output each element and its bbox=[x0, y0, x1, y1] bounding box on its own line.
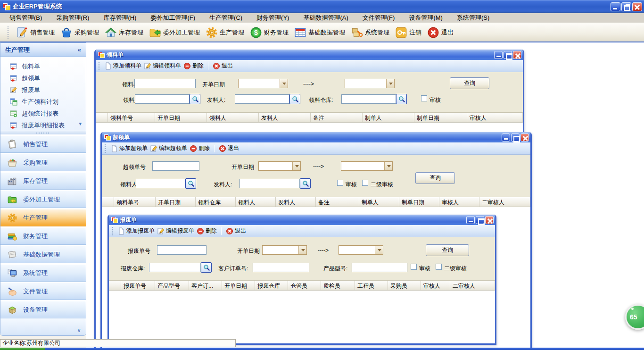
scrap-warehouse-input[interactable] bbox=[149, 263, 201, 272]
customer-order-input[interactable] bbox=[253, 263, 309, 272]
column-header[interactable]: 仓管员 bbox=[288, 281, 321, 290]
add-record-button[interactable]: 添加领料单 bbox=[104, 62, 141, 70]
column-header[interactable]: 报废仓库 bbox=[255, 281, 288, 290]
add-record-button[interactable]: 添加报废单 bbox=[117, 227, 155, 235]
menu-equipment[interactable]: 设备管理(M) bbox=[409, 14, 443, 22]
collapse-left-double-icon[interactable]: « bbox=[78, 46, 81, 53]
nav-section-inventory[interactable]: 库存管理 bbox=[0, 172, 86, 190]
dropdown-arrow-icon[interactable] bbox=[280, 79, 288, 88]
grid-body[interactable] bbox=[109, 291, 495, 343]
window-title-bar[interactable]: 超领单 bbox=[102, 132, 530, 142]
toolbar-logout-button[interactable]: 注销 bbox=[395, 26, 421, 39]
column-header[interactable]: 审核人 bbox=[421, 281, 450, 290]
restore-button[interactable] bbox=[621, 2, 631, 11]
audit-checkbox[interactable] bbox=[421, 95, 427, 101]
toolbar-exit-button[interactable]: 退出 bbox=[427, 26, 454, 39]
query-button[interactable]: 查询 bbox=[415, 172, 455, 184]
add-record-button[interactable]: 添加超领单 bbox=[110, 144, 148, 152]
nav-overflow-chevron-icon[interactable]: ∨ bbox=[77, 327, 81, 333]
column-header[interactable]: 产品型号 bbox=[155, 281, 189, 290]
date-to-combo[interactable] bbox=[345, 79, 395, 88]
nav-item-over-requisition-report[interactable]: 超领统计报表 bbox=[0, 108, 86, 119]
nav-section-production[interactable]: 生产管理 bbox=[0, 209, 86, 226]
nav-section-purchase[interactable]: 采购管理 bbox=[0, 154, 86, 171]
scrap-no-input[interactable] bbox=[157, 245, 206, 255]
column-header[interactable]: 发料人 bbox=[276, 197, 316, 207]
warehouse-lookup-button[interactable] bbox=[396, 94, 407, 104]
toolbar-finance-button[interactable]: $ 财务管理 bbox=[250, 26, 289, 39]
column-header[interactable]: 开单日期 bbox=[222, 281, 255, 290]
menu-production[interactable]: 生产管理(C) bbox=[209, 14, 242, 22]
exit-window-button[interactable]: 退出 bbox=[226, 227, 246, 235]
dropdown-arrow-icon[interactable] bbox=[292, 162, 300, 170]
issuer-lookup-button[interactable] bbox=[300, 178, 311, 189]
picker-input[interactable] bbox=[136, 179, 185, 188]
column-header[interactable]: 二审核人 bbox=[450, 281, 495, 290]
column-header[interactable]: 报废单号 bbox=[121, 281, 155, 290]
toolbar-system-button[interactable]: 系统管理 bbox=[351, 26, 389, 39]
column-header[interactable]: 领料仓库 bbox=[196, 197, 236, 207]
nav-section-system[interactable]: 系统管理 bbox=[0, 264, 86, 282]
close-button[interactable] bbox=[632, 2, 642, 11]
date-to-combo[interactable] bbox=[341, 161, 393, 171]
column-header[interactable]: 采购员 bbox=[388, 281, 421, 290]
edit-record-button[interactable]: 编辑报废单 bbox=[157, 227, 194, 235]
nav-item-scrap-detail-report[interactable]: 报废单明细报表 bbox=[0, 119, 86, 131]
toolbar-grip[interactable] bbox=[8, 26, 9, 39]
product-model-input[interactable] bbox=[352, 263, 407, 272]
minimize-button[interactable] bbox=[466, 216, 475, 224]
delete-record-button[interactable]: 删除 bbox=[190, 144, 210, 152]
picker-input[interactable] bbox=[135, 94, 190, 104]
maximize-button[interactable] bbox=[504, 51, 512, 59]
warehouse-lookup-button[interactable] bbox=[201, 262, 212, 273]
warehouse-input[interactable] bbox=[341, 94, 396, 104]
issuer-input[interactable] bbox=[235, 94, 289, 104]
column-header[interactable]: 备注 bbox=[316, 197, 359, 207]
nav-section-equipment[interactable]: 设备管理 bbox=[0, 301, 86, 318]
date-from-combo[interactable] bbox=[238, 79, 288, 88]
nav-section-sales[interactable]: 销售管理 bbox=[0, 135, 86, 153]
column-header[interactable]: 审核人 bbox=[467, 113, 523, 122]
nav-item-scrap[interactable]: 报废单 bbox=[0, 84, 86, 96]
column-header[interactable]: 开单日期 bbox=[156, 197, 196, 207]
second-audit-checkbox[interactable] bbox=[362, 180, 368, 186]
delete-record-button[interactable]: 删除 bbox=[183, 62, 204, 70]
menu-basicdata[interactable]: 基础数据管理(A) bbox=[303, 14, 348, 22]
minimize-button[interactable] bbox=[502, 133, 510, 142]
column-header[interactable]: 审核人 bbox=[439, 197, 479, 207]
toolbar-inventory-button[interactable]: 库存管理 bbox=[105, 26, 143, 39]
nav-item-over-requisition[interactable]: 超领单 bbox=[0, 72, 86, 84]
column-header[interactable]: 领料人 bbox=[207, 113, 259, 122]
column-header[interactable]: 制单人 bbox=[363, 113, 414, 122]
requisition-no-input[interactable] bbox=[134, 79, 196, 88]
column-header[interactable]: 制单日期 bbox=[414, 113, 467, 122]
query-button[interactable]: 查询 bbox=[450, 77, 489, 89]
toolbar-grip[interactable] bbox=[99, 62, 100, 70]
column-header[interactable]: 工程员 bbox=[355, 281, 388, 290]
column-header[interactable]: 领料单号 bbox=[114, 197, 156, 207]
column-header[interactable]: 领料单号 bbox=[108, 113, 155, 122]
edit-record-button[interactable]: 编辑领料单 bbox=[144, 62, 181, 70]
query-button[interactable]: 查询 bbox=[426, 244, 469, 256]
nav-splitter-handle[interactable] bbox=[0, 131, 86, 134]
column-header[interactable]: 开单日期 bbox=[155, 113, 207, 122]
column-header[interactable]: 备注 bbox=[311, 113, 363, 122]
toolbar-outsourcing-button[interactable]: 委外加工管理 bbox=[149, 26, 200, 39]
close-button[interactable] bbox=[513, 51, 521, 59]
delete-record-button[interactable]: 删除 bbox=[197, 227, 217, 235]
toolbar-grip[interactable] bbox=[105, 144, 106, 153]
menu-outsourcing[interactable]: 委外加工管理(F) bbox=[150, 14, 195, 22]
exit-window-button[interactable]: 退出 bbox=[219, 144, 239, 152]
close-button[interactable] bbox=[520, 133, 529, 142]
toolbar-basicdata-button[interactable]: 基础数据管理 bbox=[294, 26, 345, 39]
date-to-combo[interactable] bbox=[339, 245, 383, 255]
over-requisition-no-input[interactable] bbox=[152, 161, 199, 171]
nav-section-outsourcing[interactable]: 委外加工管理 bbox=[0, 191, 86, 208]
dropdown-arrow-icon[interactable] bbox=[375, 246, 383, 254]
nav-list-scroll-down-icon[interactable]: ▾ bbox=[79, 121, 82, 127]
toolbar-grip[interactable] bbox=[112, 227, 113, 235]
picker-lookup-button[interactable] bbox=[185, 178, 196, 189]
column-header[interactable]: 制单人 bbox=[359, 197, 399, 207]
menu-finance[interactable]: 财务管理(Y) bbox=[256, 14, 289, 22]
nav-section-basicdata[interactable]: 基础数据管理 bbox=[0, 246, 86, 263]
